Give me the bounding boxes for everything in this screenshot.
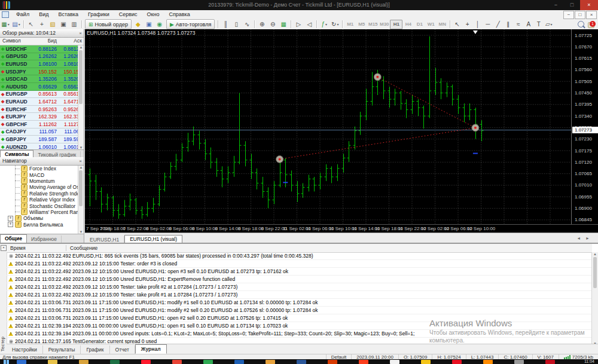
tester-tab-настройки[interactable]: Настройки: [7, 345, 43, 354]
timeframe-m30-button[interactable]: M30: [379, 20, 390, 29]
tester-tab-график[interactable]: График: [81, 345, 109, 354]
journal-row[interactable]: 2024.02.21 11:03:06.7312023.09.11 17:15:…: [7, 314, 592, 322]
scroll-down-icon[interactable]: ▼: [78, 230, 84, 234]
market-watch-button[interactable]: ↖: [26, 20, 36, 29]
timeframe-h1-button[interactable]: H1: [390, 20, 402, 29]
close-button[interactable]: ×: [580, 0, 598, 10]
close-icon[interactable]: ×: [79, 158, 82, 164]
scroll-down-icon[interactable]: ▼: [78, 146, 84, 149]
navigator-item[interactable]: fForce Index: [0, 166, 84, 172]
taskbar-app-icon[interactable]: [452, 360, 462, 364]
notification-icon[interactable]: 1: [588, 21, 596, 28]
child-minimize-button[interactable]: −: [563, 11, 574, 19]
trendline-tool[interactable]: ╱: [493, 20, 503, 29]
vertical-line-tool[interactable]: │: [472, 20, 483, 29]
windows-start-icon[interactable]: [4, 360, 9, 364]
taskbar-app-icon[interactable]: [141, 360, 151, 364]
timeframe-m15-button[interactable]: M15: [367, 20, 379, 29]
taskbar-app-icon[interactable]: [514, 360, 524, 364]
taskbar-app-icon[interactable]: [234, 360, 244, 364]
col-bid[interactable]: Бид: [33, 38, 59, 45]
minimize-button[interactable]: −: [548, 0, 564, 10]
taskbar-app-icon[interactable]: [48, 360, 57, 364]
child-restore-button[interactable]: □: [575, 11, 585, 19]
navigator-item[interactable]: fRelative Vigor Index: [0, 197, 84, 203]
tab-общие[interactable]: Общие: [0, 234, 27, 243]
journal-row[interactable]: 2024.02.21 11:03:22.4922023.09.12 10:15:…: [7, 260, 592, 268]
close-icon[interactable]: ×: [1, 245, 7, 251]
market-watch-row[interactable]: ◆AUDUSD0.656290.65629: [0, 83, 84, 91]
line-view-button[interactable]: ∿: [242, 20, 252, 29]
timeframe-w1-button[interactable]: W1: [425, 20, 437, 29]
expand-icon[interactable]: +: [8, 222, 13, 227]
fibonacci-tool[interactable]: ≈: [513, 20, 523, 29]
col-message[interactable]: Сообщение: [70, 244, 97, 252]
scroll-up-icon[interactable]: ▲: [78, 166, 84, 169]
taskbar-app-icon[interactable]: [359, 360, 368, 364]
taskbar-app-icon[interactable]: [79, 360, 89, 364]
scroll-thumb[interactable]: [79, 170, 83, 206]
strategy-tester-button[interactable]: ▥: [69, 20, 79, 29]
journal-row[interactable]: 2024.02.21 11:03:06.7312023.09.11 17:15:…: [7, 299, 592, 307]
market-watch-row[interactable]: ◆EURGBP0.856130.85614: [0, 91, 84, 99]
journal-row[interactable]: 2024.02.21 11:03:22.4922023.09.12 10:15:…: [7, 276, 592, 283]
market-watch-row[interactable]: ◆GBPJPY189.587189.592: [0, 136, 84, 143]
market-watch-row[interactable]: ◆EURAUD1.647121.64717: [0, 98, 84, 106]
taskbar-app-icon[interactable]: [328, 360, 337, 364]
navigator-button[interactable]: ▧: [48, 20, 57, 29]
autotrading-button[interactable]: ▶Авто-торговля: [166, 19, 215, 29]
market-watch-scrollbar[interactable]: ▲▼: [78, 45, 84, 149]
text-label-tool[interactable]: T: [533, 20, 544, 29]
candles-view-button[interactable]: ▯: [231, 20, 241, 29]
new-chart-button[interactable]: ▦▾: [1, 20, 10, 29]
navigator-item[interactable]: fMomentum: [0, 178, 84, 184]
journal-row[interactable]: 2024.02.21 11:03:06.7312023.09.11 17:15:…: [7, 307, 592, 314]
market-watch-row[interactable]: ◆USDCHF0.881260.88128: [0, 45, 84, 53]
time-axis[interactable]: 7 Sep 20237 Sep 18:007 Sep 22:008 Sep 02…: [85, 224, 598, 233]
text-tool[interactable]: A: [523, 20, 533, 29]
journal-row[interactable]: 2024.02.21 11:02:39.1942023.09.11 00:00:…: [7, 330, 592, 338]
scroll-up-icon[interactable]: ▲: [592, 252, 598, 256]
tester-tab-журнал[interactable]: Журнал: [135, 344, 167, 354]
menu-item-Файл[interactable]: Файл: [11, 10, 34, 19]
taskbar-app-icon[interactable]: [266, 360, 275, 364]
navigator-item[interactable]: fWilliams' Percent Rang: [0, 209, 84, 215]
data-window-button[interactable]: +: [37, 20, 47, 29]
chart-tab-eurusd-h1-visual-[interactable]: EURUSD,H1 (visual): [124, 235, 182, 243]
taskbar-app-icon[interactable]: [545, 360, 555, 364]
market-watch-row[interactable]: ◆GBPCHF1.112621.11277: [0, 121, 84, 129]
market-watch-row[interactable]: ◆CADJPY111.057111.063: [0, 129, 84, 136]
navigator-scrollbar[interactable]: ▲▼: [78, 166, 84, 234]
community-button[interactable]: ◉: [155, 20, 164, 29]
taskbar-app-icon[interactable]: [203, 360, 213, 364]
menu-item-Вид[interactable]: Вид: [34, 10, 53, 19]
col-ask[interactable]: Аск: [59, 38, 84, 45]
market-watch-row[interactable]: ◆USDCAD1.352061.35208: [0, 75, 84, 83]
market-watch-row[interactable]: ◆USDJPY150.152150.152: [0, 68, 84, 76]
market-watch-row[interactable]: ◆AUDNZD1.060101.06018: [0, 143, 84, 149]
horizontal-line-tool[interactable]: ─: [483, 20, 493, 29]
scroll-up-icon[interactable]: ▲: [78, 45, 84, 49]
journal-row[interactable]: 2024.02.21 11:03:22.4922023.09.12 10:15:…: [7, 283, 592, 291]
new-order-button[interactable]: ⊞Новый ордер: [85, 19, 132, 29]
periods-button[interactable]: ↻▾: [330, 20, 340, 29]
journal-row[interactable]: 2024.02.21 11:03:22.4922023.09.12 10:15:…: [7, 291, 592, 299]
chart-plot[interactable]: EURUSD,H1 1.07324 1.07348 1.07273 1.0727…: [85, 29, 571, 224]
journal-row[interactable]: 2024.02.21 11:02:39.1942023.09.11 00:00:…: [7, 322, 592, 330]
tester-tab-результаты[interactable]: Результаты: [43, 345, 81, 354]
menu-item-Окно[interactable]: Окно: [142, 10, 164, 19]
navigator-item[interactable]: +fОбъемы: [0, 215, 84, 221]
search-icon[interactable]: [578, 21, 584, 27]
scroll-thumb[interactable]: [79, 50, 83, 104]
navigator-item[interactable]: +fБилла Вильямса: [0, 222, 84, 228]
col-time[interactable]: Время: [10, 244, 26, 252]
taskbar-app-icon[interactable]: [297, 360, 306, 364]
taskbar-app-icon[interactable]: [390, 360, 399, 364]
profiles-button[interactable]: ▤▾: [11, 20, 21, 29]
column-divider[interactable]: [66, 245, 66, 251]
scroll-thumb[interactable]: [593, 257, 597, 288]
terminal-button[interactable]: ▣: [59, 20, 68, 29]
zoom-out-button[interactable]: ⊖: [268, 20, 277, 29]
market-watch-row[interactable]: ◆GBPUSD1.262621.26262: [0, 53, 84, 61]
chart-shift-button[interactable]: ◁: [304, 20, 314, 29]
